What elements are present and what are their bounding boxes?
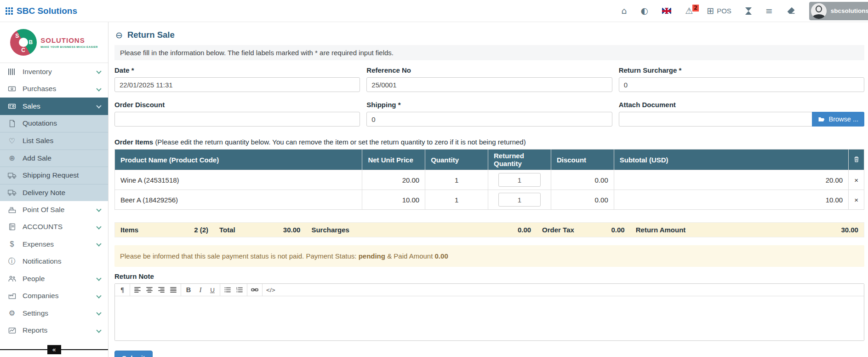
add-circle-icon: ⊕ xyxy=(6,154,17,162)
totals-surcharges-value: 0.00 xyxy=(518,226,531,234)
company-logo[interactable]: S B C SOLUTIONS MAKE YOUR BUSINESS MUCH … xyxy=(0,22,108,63)
sidebar-item-companies[interactable]: Companies xyxy=(0,288,108,305)
chevron-down-icon xyxy=(96,69,101,74)
numbered-list-icon[interactable] xyxy=(234,285,245,295)
chart-line-icon xyxy=(6,327,17,334)
username: sbcsolutions xyxy=(831,7,868,14)
discount-label: Order Discount xyxy=(114,101,360,109)
date-input[interactable] xyxy=(114,77,360,92)
truck-icon xyxy=(6,172,17,179)
sidebar-item-people[interactable]: People xyxy=(0,270,108,288)
reference-label: Reference No xyxy=(366,66,612,74)
sidebar-item-label: Purchases xyxy=(23,85,56,93)
align-right-icon[interactable] xyxy=(156,285,167,295)
logo-tagline: MAKE YOUR BUSINESS MUCH EASIER xyxy=(40,46,98,48)
pos-button[interactable]: ⊞ POS xyxy=(707,6,731,15)
link-icon[interactable] xyxy=(249,285,260,295)
return-sale-form: Date * Reference No Return Surcharge * O… xyxy=(114,66,864,127)
sidebar-item-delivery-note[interactable]: Delivery Note xyxy=(0,184,108,202)
sidebar-item-label: Sales xyxy=(23,102,40,110)
paragraph-style-button[interactable]: ¶ xyxy=(117,285,128,295)
sidebar-item-add-sale[interactable]: ⊕ Add Sale xyxy=(0,150,108,167)
theme-contrast-icon[interactable]: ◐ xyxy=(641,6,649,15)
shipping-field-group: Shipping * xyxy=(366,101,612,127)
trash-icon xyxy=(849,150,864,170)
home-icon[interactable]: ⌂ xyxy=(622,6,627,15)
sidebar-item-inventory[interactable]: Inventory xyxy=(0,63,108,81)
reference-input[interactable] xyxy=(366,77,612,92)
order-items-heading: Order Items (Please edit the return quan… xyxy=(114,138,864,146)
page-subtitle: Please fill in the information below. Th… xyxy=(114,45,864,60)
remove-row-button[interactable]: × xyxy=(849,190,864,210)
align-center-icon[interactable] xyxy=(144,285,155,295)
sidebar-item-sales[interactable]: Sales xyxy=(0,98,108,115)
align-left-icon[interactable] xyxy=(132,285,143,295)
returned-quantity-input[interactable] xyxy=(498,193,541,207)
code-view-button[interactable]: </> xyxy=(264,285,277,295)
warning-icon[interactable]: ⚠2 xyxy=(685,6,693,15)
order-items-table: Product Name (Product Code) Net Unit Pri… xyxy=(114,149,864,210)
sidebar-item-accounts[interactable]: ACCOUNTS xyxy=(0,219,108,236)
bold-button[interactable]: B xyxy=(183,285,194,295)
italic-button[interactable]: I xyxy=(195,285,206,295)
cell-net-unit-price: 20.00 xyxy=(362,170,425,190)
sidebar-item-label: Settings xyxy=(23,309,48,317)
totals-items-value: 2 (2) xyxy=(194,226,208,234)
user-menu[interactable]: sbcsolutions xyxy=(809,2,868,20)
sidebar-item-shipping-request[interactable]: Shipping Request xyxy=(0,167,108,184)
discount-input[interactable] xyxy=(114,112,360,127)
brand-link[interactable]: SBC Solutions xyxy=(6,6,77,16)
bullet-list-icon[interactable] xyxy=(222,285,233,295)
col-product-name: Product Name (Product Code) xyxy=(115,150,362,170)
sidebar-menu: Inventory Purchases Sales Quotations ♡ L… xyxy=(0,63,108,339)
chevron-down-icon xyxy=(96,207,101,212)
attach-field-group: Attach Document Browse ... xyxy=(619,101,864,127)
list-icon[interactable]: ≡ xyxy=(765,6,773,15)
payment-status-alert: Please be informed that this sale paymen… xyxy=(114,245,864,267)
browse-button[interactable]: Browse ... xyxy=(812,112,864,127)
sidebar-item-label: Reports xyxy=(23,326,47,334)
submit-button[interactable]: Submit xyxy=(114,351,153,357)
chevron-down-icon xyxy=(96,310,101,315)
language-flag-icon[interactable] xyxy=(662,8,671,14)
eraser-icon[interactable] xyxy=(787,6,795,15)
ledger-book-icon xyxy=(6,223,17,230)
discount-field-group: Order Discount xyxy=(114,101,360,127)
sidebar-item-purchases[interactable]: Purchases xyxy=(0,81,108,98)
sidebar-item-label: Inventory xyxy=(23,68,52,76)
avatar xyxy=(811,3,827,19)
sidebar-item-label: Delivery Note xyxy=(23,189,65,197)
hourglass-icon[interactable] xyxy=(745,7,752,15)
totals-surcharges-label: Surcharges xyxy=(311,226,349,234)
col-discount: Discount xyxy=(551,150,614,170)
chevron-down-icon xyxy=(96,276,101,281)
sidebar-item-settings[interactable]: ⚙ Settings xyxy=(0,305,108,322)
col-quantity: Quantity xyxy=(425,150,488,170)
surcharge-input[interactable] xyxy=(619,77,864,92)
alert-status: pending xyxy=(359,252,385,260)
align-justify-icon[interactable] xyxy=(168,285,179,295)
remove-row-button[interactable]: × xyxy=(849,170,864,190)
sidebar-item-list-sales[interactable]: ♡ List Sales xyxy=(0,132,108,150)
banknote-icon xyxy=(6,85,17,92)
totals-total-label: Total xyxy=(219,226,235,234)
underline-button[interactable]: U xyxy=(207,285,218,295)
sidebar-item-label: People xyxy=(23,275,45,283)
sidebar-item-label: Companies xyxy=(23,292,58,300)
alert-text: Please be informed that this sale paymen… xyxy=(120,252,356,260)
sidebar-item-reports[interactable]: Reports xyxy=(0,322,108,340)
shipping-input[interactable] xyxy=(366,112,612,127)
returned-quantity-input[interactable] xyxy=(498,173,541,187)
sidebar-item-quotations[interactable]: Quotations xyxy=(0,115,108,132)
totals-total-value: 30.00 xyxy=(283,226,301,234)
panel-collapse-icon[interactable]: ⊖ xyxy=(115,30,123,40)
sidebar-item-notifications[interactable]: ⓘ Notifications xyxy=(0,253,108,271)
factory-icon xyxy=(6,293,17,299)
cell-subtotal: 20.00 xyxy=(614,170,848,190)
sidebar-collapse-button[interactable]: « xyxy=(47,345,61,354)
sidebar-item-point-of-sale[interactable]: Point Of Sale xyxy=(0,201,108,219)
cell-quantity: 1 xyxy=(425,170,488,190)
return-note-textarea[interactable] xyxy=(115,296,864,340)
sidebar-item-expenses[interactable]: $ Expenses xyxy=(0,236,108,253)
cell-discount: 0.00 xyxy=(551,170,614,190)
